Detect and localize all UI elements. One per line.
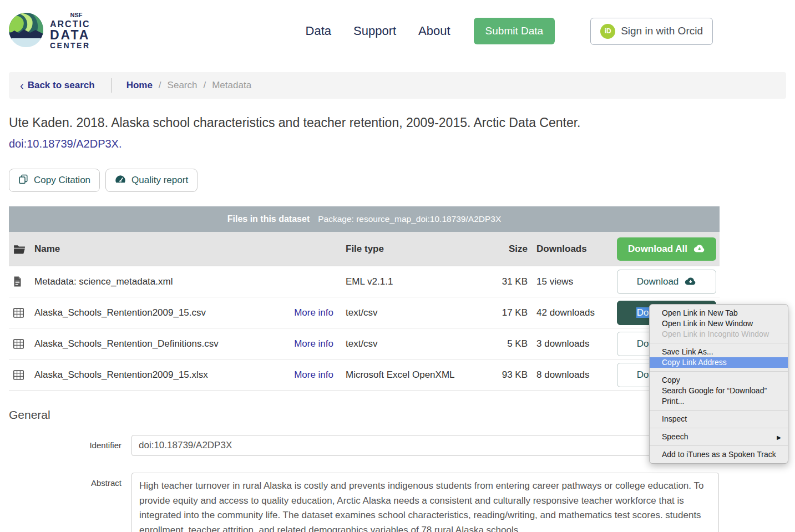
download-all-label: Download All: [628, 244, 687, 255]
file-type: EML v2.1.1: [346, 276, 478, 287]
download-all-button[interactable]: Download All: [617, 237, 716, 261]
menu-item-print[interactable]: Print...: [650, 396, 788, 407]
more-info-link[interactable]: More info: [294, 307, 333, 318]
menu-item-open-new-tab[interactable]: Open Link in New Tab: [650, 308, 788, 318]
menu-item-search-google[interactable]: Search Google for “Download”: [650, 386, 788, 396]
file-name[interactable]: Alaska_Schools_Rentention_Definitions.cs…: [34, 338, 219, 349]
column-downloads: Downloads: [528, 244, 617, 255]
table-grid-icon: [9, 370, 34, 380]
breadcrumb-home[interactable]: Home: [126, 80, 153, 91]
file-text-icon: [9, 276, 34, 287]
logo-nsf: NSF: [70, 12, 83, 18]
aurora-globe-icon: [9, 13, 43, 49]
doi-link[interactable]: doi:10.18739/A2DP3X.: [9, 138, 122, 150]
identifier-label: Identifier: [0, 435, 121, 450]
menu-separator: [650, 343, 788, 343]
submit-data-button[interactable]: Submit Data: [474, 18, 555, 44]
menu-item-open-incognito: Open Link in Incognito Window: [650, 329, 788, 340]
logo-data: Data: [50, 29, 90, 42]
file-type: text/csv: [346, 307, 478, 318]
column-file-type: File type: [346, 244, 478, 255]
context-menu: Open Link in New Tab Open Link in New Wi…: [649, 304, 788, 464]
file-size: 17 KB: [478, 307, 528, 318]
abstract-row: Abstract High teacher turnover in rural …: [0, 473, 795, 532]
files-table-header-band: Files in this dataset Package: resource_…: [9, 206, 720, 232]
files-table-title: Files in this dataset: [227, 214, 310, 224]
copy-citation-button[interactable]: Copy Citation: [9, 169, 100, 192]
table-row: Alaska_Schools_Rentention2009_15.csv Mor…: [9, 297, 720, 328]
submenu-arrow-icon: ▶: [777, 432, 781, 442]
copy-icon: [18, 174, 28, 188]
menu-item-copy[interactable]: Copy: [650, 375, 788, 386]
selected-text: Do: [636, 307, 650, 318]
cloud-download-icon: [693, 244, 705, 254]
site-header: NSF Arctic Data Center Data Support Abou…: [0, 0, 795, 62]
file-name[interactable]: Metadata: science_metadata.xml: [34, 276, 173, 287]
file-name[interactable]: Alaska_Schools_Rentention2009_15.xlsx: [34, 369, 208, 381]
file-size: 31 KB: [478, 276, 528, 287]
package-id: Package: resource_map_doi:10.18739/A2DP3…: [318, 214, 501, 224]
dataset-citation-title: Ute Kaden. 2018. Alaska school character…: [9, 115, 786, 130]
files-table-column-header: Name File type Size Downloads Download A…: [9, 232, 720, 266]
copy-citation-label: Copy Citation: [34, 175, 90, 186]
file-downloads: 42 downloads: [528, 307, 617, 318]
table-row: Alaska_Schools_Rentention_Definitions.cs…: [9, 328, 720, 359]
table-row: Alaska_Schools_Rentention2009_15.xlsx Mo…: [9, 359, 720, 391]
sign-in-label: Sign in with Orcid: [621, 25, 703, 37]
column-size: Size: [478, 244, 528, 255]
download-label: Download: [637, 276, 679, 287]
column-name: Name: [34, 244, 60, 255]
abstract-label: Abstract: [0, 473, 121, 488]
menu-item-speech[interactable]: Speech ▶: [650, 432, 788, 442]
menu-item-open-new-window[interactable]: Open Link in New Window: [650, 318, 788, 329]
abstract-textarea[interactable]: High teacher turnover in rural Alaska is…: [131, 473, 719, 532]
chevron-left-icon: ‹: [20, 80, 24, 91]
menu-item-add-to-itunes[interactable]: Add to iTunes as a Spoken Track: [650, 449, 788, 460]
menu-item-copy-link-address[interactable]: Copy Link Address: [650, 357, 788, 368]
file-size: 5 KB: [478, 338, 528, 349]
table-grid-icon: [9, 308, 34, 318]
files-table: Files in this dataset Package: resource_…: [9, 206, 720, 391]
file-size: 93 KB: [478, 369, 528, 381]
orcid-id-icon: iD: [600, 24, 615, 39]
more-info-link[interactable]: More info: [294, 338, 333, 349]
menu-separator: [650, 428, 788, 428]
file-type: Microsoft Excel OpenXML: [346, 369, 478, 381]
table-grid-icon: [9, 339, 34, 349]
file-downloads: 8 downloads: [528, 369, 617, 381]
quality-report-button[interactable]: Quality report: [105, 169, 198, 192]
folder-open-icon: [9, 244, 34, 254]
sign-in-orcid-button[interactable]: iD Sign in with Orcid: [590, 18, 713, 45]
file-downloads: 15 views: [528, 276, 617, 287]
download-button[interactable]: Download: [617, 270, 716, 294]
menu-separator: [650, 445, 788, 446]
tachometer-icon: [115, 174, 126, 187]
quality-report-label: Quality report: [131, 175, 188, 186]
citation-actions: Copy Citation Quality report: [9, 169, 786, 192]
nav-support[interactable]: Support: [353, 24, 396, 38]
nav-about[interactable]: About: [418, 24, 450, 38]
arctic-data-center-logo[interactable]: NSF Arctic Data Center: [9, 12, 90, 49]
logo-wordmark: NSF Arctic Data Center: [50, 12, 90, 49]
table-row: Metadata: science_metadata.xml EML v2.1.…: [9, 266, 720, 297]
main-nav: Data Support About Submit Data iD Sign i…: [306, 18, 713, 45]
back-to-search-link[interactable]: ‹ Back to search: [20, 80, 95, 91]
breadcrumb-metadata: Metadata: [212, 80, 251, 91]
identifier-input[interactable]: [131, 435, 719, 456]
breadcrumb: ‹ Back to search Home / Search / Metadat…: [9, 72, 786, 99]
menu-item-inspect[interactable]: Inspect: [650, 414, 788, 424]
more-info-link[interactable]: More info: [294, 369, 333, 381]
breadcrumb-separator: /: [203, 80, 206, 91]
menu-separator: [650, 410, 788, 411]
breadcrumb-search: Search: [168, 80, 198, 91]
file-downloads: 3 downloads: [528, 338, 617, 349]
logo-center: Center: [50, 42, 90, 49]
breadcrumb-divider: [112, 78, 112, 93]
back-to-search-label: Back to search: [28, 80, 95, 91]
menu-item-save-link-as[interactable]: Save Link As...: [650, 347, 788, 357]
cloud-download-icon: [684, 277, 696, 286]
file-type: text/csv: [346, 338, 478, 349]
breadcrumb-separator: /: [159, 80, 161, 91]
nav-data[interactable]: Data: [306, 24, 331, 38]
file-name[interactable]: Alaska_Schools_Rentention2009_15.csv: [34, 307, 206, 318]
